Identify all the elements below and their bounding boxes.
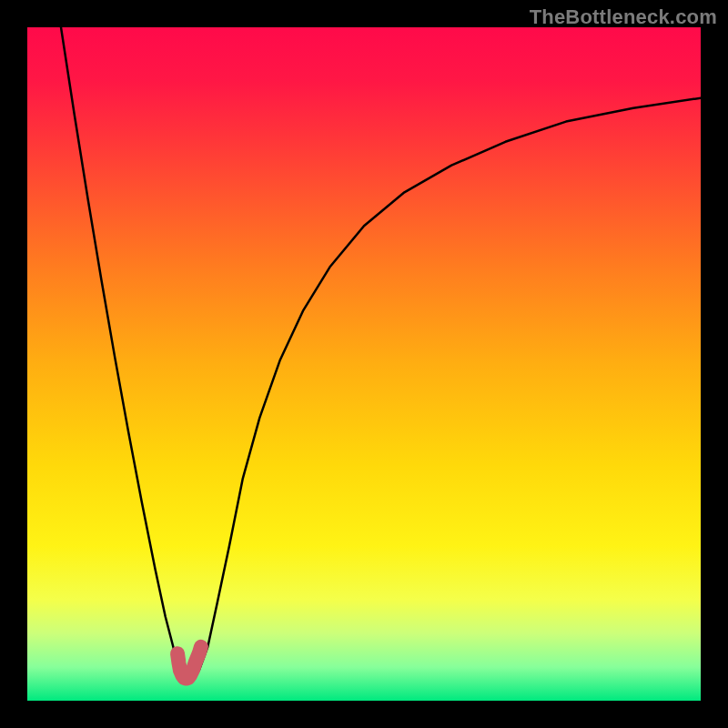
chart-frame: TheBottleneck.com (0, 0, 728, 728)
gradient-background (27, 27, 701, 701)
plot-area (27, 27, 701, 701)
watermark-text: TheBottleneck.com (530, 5, 717, 29)
chart-svg (27, 27, 701, 701)
